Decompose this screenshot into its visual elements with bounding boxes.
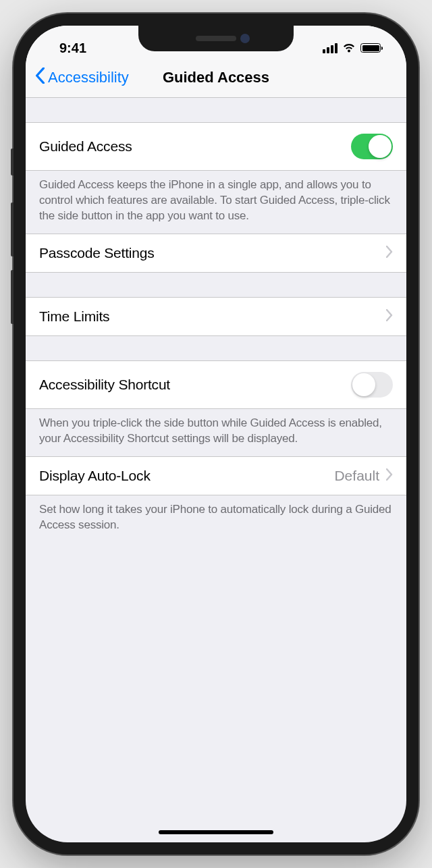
navigation-bar: Accessibility Guided Access: [26, 59, 406, 98]
display-autolock-cell[interactable]: Display Auto-Lock Default: [26, 456, 406, 495]
page-title: Guided Access: [163, 69, 269, 86]
battery-icon: [360, 43, 381, 53]
time-limits-cell[interactable]: Time Limits: [26, 297, 406, 336]
accessibility-shortcut-label: Accessibility Shortcut: [39, 377, 170, 393]
accessibility-shortcut-toggle[interactable]: [351, 372, 393, 398]
passcode-settings-label: Passcode Settings: [39, 245, 155, 261]
chevron-right-icon: [386, 468, 393, 483]
guided-access-toggle-cell[interactable]: Guided Access: [26, 122, 406, 171]
back-label: Accessibility: [48, 69, 129, 86]
status-icons: [323, 43, 386, 53]
accessibility-shortcut-cell[interactable]: Accessibility Shortcut: [26, 360, 406, 409]
status-time: 9:41: [46, 40, 86, 56]
back-button[interactable]: Accessibility: [35, 67, 129, 88]
home-indicator[interactable]: [159, 830, 273, 834]
speaker-grille: [196, 36, 236, 41]
time-limits-label: Time Limits: [39, 308, 109, 325]
phone-frame: 9:41 Accessibility Guided Acces: [14, 13, 418, 855]
notch: [138, 26, 294, 51]
display-autolock-value: Default: [334, 468, 379, 484]
content-area: Guided Access Guided Access keeps the iP…: [26, 98, 406, 543]
chevron-right-icon: [386, 309, 393, 324]
screen: 9:41 Accessibility Guided Acces: [26, 26, 406, 842]
guided-access-label: Guided Access: [39, 138, 132, 155]
display-autolock-label: Display Auto-Lock: [39, 468, 151, 484]
display-autolock-footer: Set how long it takes your iPhone to aut…: [26, 495, 406, 543]
cellular-signal-icon: [323, 43, 338, 53]
chevron-right-icon: [386, 246, 393, 261]
guided-access-toggle[interactable]: [351, 134, 393, 159]
passcode-settings-cell[interactable]: Passcode Settings: [26, 234, 406, 273]
wifi-icon: [342, 43, 356, 53]
guided-access-footer: Guided Access keeps the iPhone in a sing…: [26, 171, 406, 234]
accessibility-shortcut-footer: When you triple-click the side button wh…: [26, 409, 406, 456]
chevron-left-icon: [35, 67, 45, 88]
front-camera: [240, 34, 250, 43]
